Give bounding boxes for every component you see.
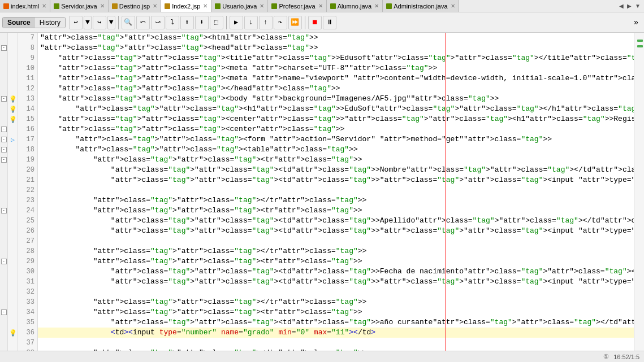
gutter-line-18[interactable]: - — [0, 145, 7, 155]
redo-button[interactable]: ↪ — [93, 16, 106, 29]
toggle-button[interactable]: ⤵ — [166, 16, 179, 29]
code-line-19[interactable]: "attr">class="tag">"attr">class="tag"><t… — [38, 155, 634, 165]
tab-nav-right[interactable]: ▶ — [626, 3, 633, 9]
code-line-20[interactable]: "attr">class="tag">"attr">class="tag"><t… — [38, 165, 634, 175]
undo-dropdown[interactable]: ▼ — [84, 16, 92, 29]
code-line-22[interactable] — [38, 185, 634, 195]
line-num-31: 31 — [18, 277, 34, 287]
gutter-line-10 — [0, 63, 7, 73]
code-line-26[interactable]: "attr">class="tag">"attr">class="tag"><t… — [38, 226, 634, 236]
code-line-32[interactable] — [38, 287, 634, 297]
step-in-button[interactable]: ↓ — [244, 16, 258, 29]
code-line-7[interactable]: "attr">class="tag">"attr">class="tag"><h… — [38, 33, 634, 43]
code-line-37[interactable] — [38, 338, 634, 348]
undo-button[interactable]: ↩ — [69, 16, 83, 29]
continue-button[interactable]: ⏩ — [288, 16, 302, 29]
code-line-24[interactable]: "attr">class="tag">"attr">class="tag"><t… — [38, 206, 634, 216]
gutter-line-19[interactable]: - — [0, 155, 7, 165]
gutter-line-16[interactable]: - — [0, 124, 7, 134]
step-over-button[interactable]: ↷ — [274, 16, 287, 29]
code-line-15[interactable]: "attr">class="tag">"attr">class="tag"><c… — [38, 114, 634, 124]
gutter-line-35 — [0, 317, 7, 328]
gutter-line-13[interactable]: - — [0, 94, 7, 104]
code-line-31[interactable]: "attr">class="tag">"attr">class="tag"><t… — [38, 277, 634, 287]
icon-line-19 — [8, 155, 18, 165]
code-line-29[interactable]: "attr">class="tag">"attr">class="tag"><t… — [38, 256, 634, 267]
close-icon[interactable]: ✕ — [451, 3, 455, 9]
gutter-line-34[interactable]: - — [0, 307, 7, 317]
close-icon[interactable]: ✕ — [100, 3, 105, 9]
step-out-button[interactable]: ↑ — [259, 16, 273, 29]
code-line-9[interactable]: "attr">class="tag">"attr">class="tag"><t… — [38, 53, 634, 63]
code-line-33[interactable]: "attr">class="tag">"attr">class="tag"></… — [38, 297, 634, 307]
code-line-35[interactable]: "attr">class="tag">"attr">class="tag"><t… — [38, 317, 634, 328]
replace-prev-button[interactable]: ⤺ — [136, 16, 150, 29]
tab-index-html[interactable]: index.html ✕ — [0, 0, 50, 12]
icon-line-20 — [8, 165, 18, 175]
gutter-line-17[interactable]: - — [0, 134, 7, 145]
code-area[interactable]: "attr">class="tag">"attr">class="tag"><h… — [38, 33, 634, 351]
line-num-18: 18 — [18, 145, 34, 155]
code-line-14[interactable]: "attr">class="tag">"attr">class="tag"><h… — [38, 104, 634, 114]
line-num-33: 33 — [18, 297, 34, 307]
move-down-button[interactable]: ⬇ — [195, 16, 209, 29]
scroll-area[interactable] — [634, 34, 644, 350]
pause-button[interactable]: ⏸ — [323, 16, 336, 29]
tab-servidor-java[interactable]: Servidor.java ✕ — [50, 0, 109, 12]
close-icon[interactable]: ✕ — [318, 3, 323, 9]
source-tab[interactable]: Source — [3, 18, 35, 28]
gutter-line-8[interactable]: - — [0, 43, 7, 53]
code-line-10[interactable]: "attr">class="tag">"attr">class="tag"><m… — [38, 63, 634, 73]
close-icon[interactable]: ✕ — [374, 3, 379, 9]
code-line-27[interactable] — [38, 236, 634, 246]
gutter-line-24[interactable]: - — [0, 206, 7, 216]
line-num-8: 8 — [18, 43, 34, 53]
code-line-16[interactable]: "attr">class="tag">"attr">class="tag"><c… — [38, 124, 634, 134]
close-icon[interactable]: ✕ — [42, 3, 46, 9]
tab-nav-left[interactable]: ◀ — [618, 3, 625, 9]
find-button[interactable]: 🔍 — [122, 16, 135, 29]
editor-container: --------- 💡💡💡▷💡 789101112131415161718192… — [0, 33, 644, 351]
move-up-button[interactable]: ⬆ — [180, 16, 194, 29]
gutter-line-29[interactable]: - — [0, 256, 7, 267]
icon-line-9 — [8, 53, 18, 63]
redo-dropdown[interactable]: ▼ — [107, 16, 115, 29]
line-num-15: 15 — [18, 114, 34, 124]
code-line-25[interactable]: "attr">class="tag">"attr">class="tag"><t… — [38, 216, 634, 226]
code-line-12[interactable]: "attr">class="tag">"attr">class="tag"></… — [38, 84, 634, 94]
icon-line-36: 💡 — [8, 328, 18, 338]
tab-usuario-java[interactable]: Usuario.java ✕ — [211, 0, 268, 12]
code-line-34[interactable]: "attr">class="tag">"attr">class="tag"><t… — [38, 307, 634, 317]
tab-administracion-java[interactable]: Administracion.java ✕ — [383, 0, 459, 12]
code-line-30[interactable]: "attr">class="tag">"attr">class="tag"><t… — [38, 267, 634, 277]
code-line-28[interactable]: "attr">class="tag">"attr">class="tag"></… — [38, 246, 634, 256]
tab-profesor-java[interactable]: Profesor.java ✕ — [268, 0, 326, 12]
code-line-8[interactable]: "attr">class="tag">"attr">class="tag"><h… — [38, 43, 634, 53]
run-button[interactable]: ▶ — [230, 16, 243, 29]
expand-button[interactable]: » — [630, 16, 642, 29]
tab-index2-jsp[interactable]: Index2.jsp ✕ — [161, 0, 211, 12]
close-icon[interactable]: ✕ — [153, 3, 157, 9]
tab-alumno-java[interactable]: Alumno.java ✕ — [327, 0, 383, 12]
replace-next-button[interactable]: ⤻ — [151, 16, 165, 29]
code-line-11[interactable]: "attr">class="tag">"attr">class="tag"><m… — [38, 73, 634, 84]
code-line-17[interactable]: "attr">class="tag">"attr">class="tag"><f… — [38, 134, 634, 145]
source-history-toggle: Source History — [2, 17, 66, 28]
code-line-38[interactable]: "attr">class="tag">"attr">class="tag"></… — [38, 348, 634, 351]
code-line-23[interactable]: "attr">class="tag">"attr">class="tag"></… — [38, 195, 634, 206]
tab-nav-dropdown[interactable]: ▼ — [634, 3, 642, 9]
code-line-18[interactable]: "attr">class="tag">"attr">class="tag"><t… — [38, 145, 634, 155]
close-icon[interactable]: ✕ — [203, 3, 208, 9]
status-indicator: ① — [603, 353, 609, 360]
stop-button[interactable]: ⏹ — [308, 16, 322, 29]
select-button[interactable]: ⬚ — [210, 16, 223, 29]
code-line-21[interactable]: "attr">class="tag">"attr">class="tag"><t… — [38, 175, 634, 185]
code-line-13[interactable]: "attr">class="tag">"attr">class="tag"><b… — [38, 94, 634, 104]
code-line-36[interactable]: <td><input type="number" name="grado" mi… — [38, 328, 634, 338]
tab-destino-jsp[interactable]: Destino.jsp ✕ — [109, 0, 161, 12]
history-tab[interactable]: History — [35, 18, 65, 28]
status-time: 16:52/1:5 — [613, 354, 639, 360]
gutter-line-26 — [0, 226, 7, 236]
line-num-28: 28 — [18, 246, 34, 256]
close-icon[interactable]: ✕ — [260, 3, 264, 9]
